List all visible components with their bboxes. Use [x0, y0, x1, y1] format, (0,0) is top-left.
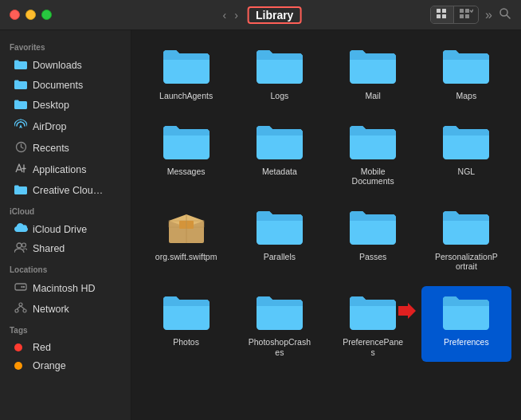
- item-label: Preferences: [444, 337, 489, 347]
- svg-line-26: [21, 306, 25, 309]
- folder-icon: [14, 59, 27, 72]
- list-item[interactable]: MobileDocuments: [328, 116, 418, 191]
- forward-button[interactable]: ›: [231, 7, 241, 23]
- list-item[interactable]: Messages: [141, 116, 231, 191]
- red-tag-icon: [14, 343, 27, 351]
- orange-tag-icon: [14, 362, 27, 370]
- clock-icon: [14, 141, 27, 155]
- sidebar-item-label: Macintosh HD: [33, 283, 96, 294]
- sidebar-item-orange[interactable]: Orange: [5, 357, 126, 375]
- sidebar-item-icloud-drive[interactable]: iCloud Drive: [5, 220, 126, 238]
- list-item-preferences[interactable]: Preferences: [421, 286, 511, 362]
- sidebar-item-macintosh-hd[interactable]: Macintosh HD: [5, 278, 126, 298]
- list-item[interactable]: Mail: [328, 40, 418, 106]
- favorites-section-label: Favorites: [0, 37, 131, 55]
- file-browser-content: LaunchAgents Logs Mail Maps: [131, 30, 521, 420]
- sidebar-item-label: Desktop: [33, 100, 69, 111]
- list-item[interactable]: Metadata: [234, 116, 324, 191]
- sidebar-item-recents[interactable]: Recents: [5, 138, 126, 159]
- titlebar: ‹ › Library: [0, 0, 521, 30]
- titlebar-right: »: [430, 6, 511, 24]
- folder-icon-wrap: [254, 45, 305, 88]
- sidebar-item-creativecloud[interactable]: Creative Clou…: [5, 181, 126, 200]
- fullscreen-button[interactable]: [41, 10, 52, 20]
- sidebar-item-label: Orange: [33, 360, 66, 371]
- item-label: Mail: [365, 91, 380, 101]
- window-title: Library: [248, 6, 301, 24]
- list-item[interactable]: Photos: [141, 286, 231, 362]
- svg-point-21: [21, 286, 22, 288]
- svg-rect-6: [460, 14, 464, 18]
- svg-rect-4: [460, 9, 464, 13]
- tags-section-label: Tags: [0, 320, 131, 338]
- nav-arrows: ‹ ›: [220, 7, 241, 23]
- sidebar-item-desktop[interactable]: Desktop: [5, 96, 126, 115]
- sidebar-item-documents[interactable]: Documents: [5, 76, 126, 95]
- list-item[interactable]: Logs: [234, 40, 324, 106]
- item-label: Logs: [270, 91, 288, 101]
- apps-icon: [14, 163, 27, 177]
- list-item[interactable]: PreferencePanes: [328, 286, 418, 362]
- svg-point-22: [19, 303, 22, 306]
- item-label: Parallels: [264, 252, 296, 262]
- svg-line-9: [507, 15, 510, 18]
- icloud-icon: [14, 223, 27, 235]
- svg-line-25: [17, 306, 21, 309]
- list-item[interactable]: PersonalizationPortrait: [421, 201, 511, 277]
- folder-icon-wrap: [441, 206, 492, 249]
- svg-point-17: [17, 243, 22, 248]
- traffic-lights: [10, 10, 52, 20]
- sidebar-item-label: AirDrop: [33, 121, 66, 132]
- item-label: PreferencePanes: [341, 337, 405, 357]
- sidebar-item-airdrop[interactable]: AirDrop: [5, 116, 126, 137]
- close-button[interactable]: [10, 10, 20, 20]
- svg-line-13: [21, 147, 23, 149]
- sidebar-item-red[interactable]: Red: [5, 339, 126, 356]
- sidebar-item-label: iCloud Drive: [33, 224, 87, 235]
- list-item[interactable]: LaunchAgents: [141, 40, 231, 106]
- back-button[interactable]: ‹: [220, 7, 230, 23]
- list-item[interactable]: PhotoshopCrashes: [234, 286, 324, 362]
- icloud-section-label: iCloud: [0, 201, 131, 219]
- sidebar-item-applications[interactable]: Applications: [5, 159, 126, 180]
- titlebar-center: ‹ › Library: [220, 6, 302, 24]
- item-label: org.swift.swiftpm: [155, 252, 217, 262]
- list-item[interactable]: Maps: [421, 40, 511, 106]
- list-item[interactable]: Parallels: [234, 201, 324, 277]
- item-label: NGL: [458, 167, 476, 177]
- item-label: Photos: [173, 337, 199, 347]
- svg-rect-3: [442, 14, 446, 18]
- folder-icon-wrap: [161, 120, 212, 163]
- hd-icon: [14, 281, 27, 295]
- more-views-button[interactable]: »: [485, 8, 492, 22]
- folder-icon-wrap: [347, 45, 398, 88]
- search-button[interactable]: [499, 7, 511, 22]
- folder-icon-wrap: [161, 45, 212, 88]
- sidebar-item-label: Red: [33, 342, 51, 353]
- sidebar-item-label: Applications: [33, 164, 86, 175]
- list-item[interactable]: Passes: [328, 201, 418, 277]
- folder-icon-wrap: [347, 206, 398, 249]
- svg-point-24: [23, 309, 26, 312]
- svg-rect-2: [437, 14, 441, 18]
- folder-icon-wrap: [441, 45, 492, 88]
- sidebar-item-network[interactable]: Network: [5, 299, 126, 319]
- icon-view-button[interactable]: [431, 6, 454, 23]
- minimize-button[interactable]: [25, 10, 36, 20]
- sidebar-item-downloads[interactable]: Downloads: [5, 56, 126, 75]
- svg-marker-32: [398, 303, 416, 319]
- list-item[interactable]: NGL: [421, 116, 511, 191]
- shared-icon: [14, 242, 27, 255]
- file-grid: LaunchAgents Logs Mail Maps: [141, 40, 511, 362]
- box-icon-wrap: [161, 206, 212, 249]
- locations-section-label: Locations: [0, 259, 131, 277]
- item-label: PersonalizationPortrait: [434, 252, 498, 272]
- sidebar-item-label: Shared: [33, 243, 65, 254]
- sidebar-item-label: Recents: [33, 143, 69, 154]
- sidebar-item-shared[interactable]: Shared: [5, 239, 126, 258]
- svg-rect-1: [442, 9, 446, 13]
- list-view-button[interactable]: [454, 6, 478, 23]
- list-item[interactable]: org.swift.swiftpm: [141, 201, 231, 277]
- item-label: MobileDocuments: [352, 167, 394, 186]
- svg-point-18: [22, 243, 26, 247]
